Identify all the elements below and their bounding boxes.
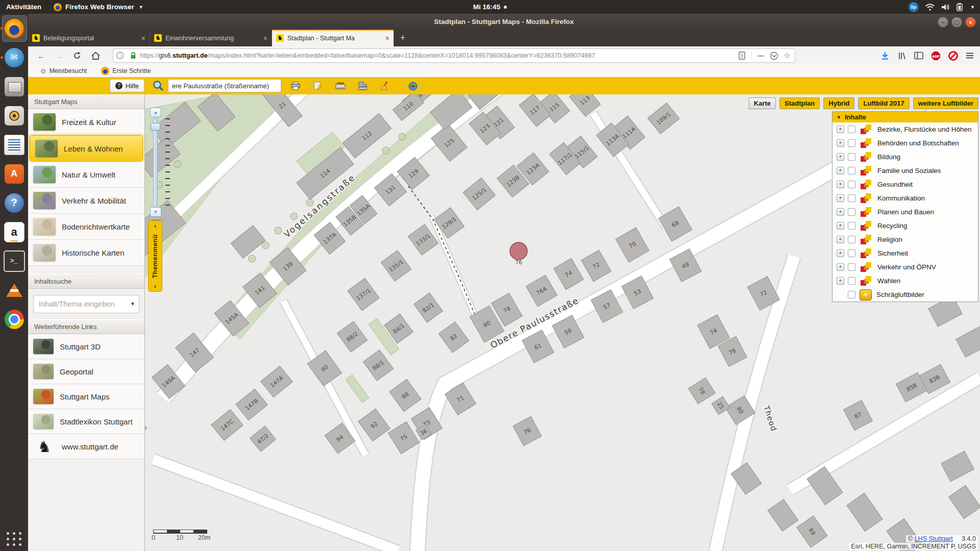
menu-hamburger-icon[interactable] [966, 52, 974, 59]
home-button[interactable] [91, 52, 102, 60]
expand-icon[interactable]: + [837, 153, 844, 161]
sidebar-link-geoportal[interactable]: Geoportal [28, 359, 144, 384]
sidebar-theme-leben-wohnen[interactable]: Leben & Wohnen [30, 135, 143, 162]
downloads-icon[interactable] [880, 52, 890, 60]
layer-checkbox[interactable] [848, 236, 855, 243]
layer-checkbox[interactable] [848, 153, 855, 161]
pocket-icon[interactable] [770, 52, 778, 60]
maximize-button[interactable]: ▢ [951, 17, 962, 28]
layer-checkbox[interactable] [848, 139, 855, 147]
back-button[interactable]: ← [36, 52, 46, 60]
sidebar-theme-verkehr-mobilit-t[interactable]: Verkehr & Mobilität [28, 188, 144, 214]
layer-checkbox[interactable] [848, 126, 855, 133]
basemap-button-weitere-luftbilder[interactable]: weitere Luftbilder [913, 97, 978, 109]
expand-icon[interactable]: + [837, 208, 844, 216]
expand-icon[interactable]: + [837, 263, 844, 271]
forward-button[interactable]: → [55, 52, 65, 60]
expand-icon[interactable]: + [837, 277, 844, 285]
sidebar-theme-historische-karten[interactable]: Historische Karten [28, 240, 144, 266]
vlc-launcher[interactable] [0, 276, 28, 305]
redlining-button[interactable] [310, 79, 326, 93]
layer-checkbox[interactable] [848, 167, 855, 174]
expand-icon[interactable]: + [837, 181, 844, 188]
expand-icon[interactable]: + [837, 222, 844, 230]
bookmark-item[interactable]: ⚙Meistbesucht [40, 67, 87, 75]
thunderbird-launcher[interactable]: ✉ [0, 43, 28, 72]
basemap-button-stadtplan[interactable]: Stadtplan [779, 97, 820, 109]
layer-checkbox[interactable] [848, 194, 855, 202]
reader-mode-icon[interactable] [738, 52, 746, 60]
activities-button[interactable]: Aktivitäten [6, 3, 41, 11]
lhs-stuttgart-link[interactable]: LHS Stuttgart [915, 535, 953, 542]
basemap-button-karte[interactable]: Karte [749, 97, 776, 109]
expand-icon[interactable]: + [837, 126, 844, 133]
expand-icon[interactable]: + [837, 194, 844, 202]
basemap-button-hybrid[interactable]: Hybrid [823, 97, 854, 109]
expand-icon[interactable]: + [837, 139, 844, 147]
address-search-input[interactable] [168, 79, 281, 92]
clear-button[interactable] [377, 79, 394, 93]
app-menu[interactable]: Firefox Web Browser ▼ [54, 3, 143, 11]
zoom-slider-track[interactable] [153, 118, 158, 206]
layer-checkbox[interactable] [848, 291, 855, 298]
adblock-plus-icon[interactable]: ABP [931, 51, 941, 61]
map-canvas[interactable]: 2110811011211413211311511712112312512913… [144, 94, 980, 551]
expand-icon[interactable]: + [837, 167, 844, 174]
theme-menu-collapse-tab[interactable]: ‹ Themenmenü ‹ [148, 220, 162, 292]
writer-launcher[interactable] [0, 130, 28, 159]
sidebar-theme-bodenrichtwertkarte[interactable]: Bodenrichtwertkarte [28, 214, 144, 240]
new-tab-button[interactable]: + [394, 30, 411, 46]
contents-panel-header[interactable]: ▼ Inhalte [832, 112, 978, 122]
window-titlebar[interactable]: Stadtplan - Stuttgart Maps - Mozilla Fir… [28, 14, 980, 30]
bookmark-item[interactable]: Erste Schritte [101, 67, 151, 75]
expand-icon[interactable]: + [837, 236, 844, 243]
zoom-slider-handle[interactable] [151, 123, 160, 131]
close-button[interactable]: × [965, 17, 976, 28]
tab-close-icon[interactable]: × [263, 34, 267, 42]
help-button[interactable]: ? Hilfe [110, 79, 144, 92]
sidebars-icon[interactable] [914, 52, 923, 60]
browser-tab[interactable]: ♞Einwohnerversammlung× [150, 30, 272, 46]
zoom-in-button[interactable]: ▲ [150, 108, 161, 117]
basemap-button-luftbild-2017[interactable]: Luftbild 2017 [858, 97, 909, 109]
measure-area-button[interactable] [355, 79, 371, 93]
browser-tab[interactable]: ♞Stadtplan - Stuttgart Ma× [272, 30, 394, 46]
browser-tab[interactable]: ♞Beteiligungsportal× [28, 30, 150, 46]
minimize-button[interactable]: − [938, 17, 948, 28]
tab-close-icon[interactable]: × [385, 34, 389, 42]
clock[interactable]: Mi 16:45 [0, 3, 980, 11]
overview-map-button[interactable] [405, 79, 421, 93]
site-info-icon[interactable]: i [116, 52, 124, 60]
sidebar-theme-freizeit-kultur[interactable]: Freizeit & Kultur [28, 109, 144, 135]
search-icon[interactable] [153, 80, 164, 91]
reload-button[interactable] [73, 52, 83, 60]
software-launcher[interactable]: A [0, 159, 28, 188]
layer-checkbox[interactable] [848, 181, 855, 188]
sidebar-link-stuttgart-3d[interactable]: Stuttgart 3D [28, 334, 144, 359]
show-applications-icon[interactable] [7, 532, 22, 546]
terminal-launcher[interactable]: >_ [0, 246, 28, 276]
layer-checkbox[interactable] [848, 263, 855, 271]
files-launcher[interactable] [0, 72, 28, 101]
bookmark-star-icon[interactable]: ☆ [784, 51, 791, 60]
measure-distance-button[interactable] [332, 79, 349, 93]
library-icon[interactable] [897, 52, 906, 60]
sidebar-link-stuttgart-maps[interactable]: Stuttgart Maps [28, 384, 144, 409]
amazon-launcher[interactable]: a [0, 217, 28, 246]
layer-checkbox[interactable] [848, 249, 855, 257]
layer-checkbox[interactable] [848, 222, 855, 230]
layer-checkbox[interactable] [848, 277, 855, 285]
zoom-out-button[interactable]: ▼ [150, 207, 161, 217]
help-launcher[interactable]: ? [0, 188, 28, 217]
layer-checkbox[interactable] [848, 208, 855, 216]
rhythmbox-launcher[interactable] [0, 101, 28, 130]
firefox-launcher[interactable] [0, 14, 28, 43]
blocker-extension-icon[interactable] [948, 51, 958, 61]
print-button[interactable] [287, 79, 304, 93]
https-lock-icon[interactable] [129, 52, 137, 60]
chrome-launcher[interactable] [0, 305, 28, 334]
tab-close-icon[interactable]: × [141, 34, 145, 42]
system-status-area[interactable]: hp ▼ [909, 2, 975, 12]
url-bar[interactable]: i https://gis6.stuttgart.de/maps/index.h… [113, 48, 795, 63]
page-actions-icon[interactable]: ⋯ [757, 52, 764, 60]
